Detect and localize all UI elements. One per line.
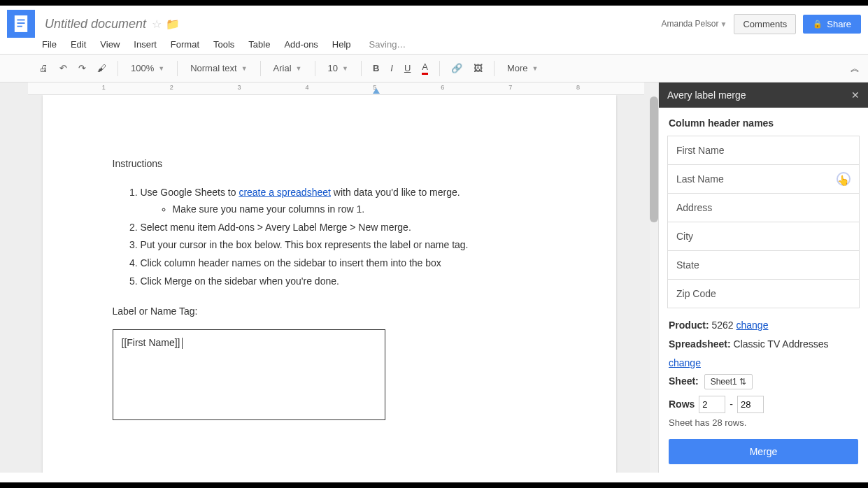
text-color-button[interactable]: A: [418, 59, 432, 78]
rows-row: Rows -: [669, 395, 858, 414]
scrollbar-track[interactable]: [650, 82, 658, 473]
lock-icon: 🔒: [813, 20, 823, 29]
chevron-down-icon: ▼: [342, 65, 348, 72]
bold-button[interactable]: B: [369, 60, 383, 76]
doc-title-wrap[interactable]: Untitled document ☆ 📁: [45, 17, 180, 31]
create-spreadsheet-link[interactable]: create a spreadsheet: [239, 187, 331, 198]
separator: [494, 61, 495, 76]
sheet-select[interactable]: Sheet1 ⇅: [704, 374, 753, 389]
step-3: Put your cursor in the box below. This b…: [141, 237, 546, 254]
instructions-heading: Instructions: [113, 158, 546, 169]
column-item-zip[interactable]: Zip Code: [667, 279, 860, 308]
addon-sidebar: Avery label merge ✕ Column header names …: [658, 82, 868, 473]
ruler-mark: 3: [238, 84, 241, 91]
style-dropdown[interactable]: Normal text▼: [185, 60, 252, 76]
ruler-mark: 8: [576, 84, 580, 91]
docs-logo[interactable]: [7, 10, 35, 38]
undo-icon[interactable]: ↶: [55, 60, 71, 76]
column-item-city[interactable]: City: [667, 222, 860, 251]
chevron-down-icon: ▼: [720, 20, 727, 28]
column-item-state[interactable]: State: [667, 250, 860, 280]
more-dropdown[interactable]: More ▼: [501, 60, 544, 76]
toolbar: 🖨 ↶ ↷ 🖌 100%▼ Normal text▼ Arial▼ 10▼ B …: [0, 54, 868, 82]
merge-button[interactable]: Merge: [669, 439, 858, 464]
svg-rect-1: [17, 20, 25, 21]
rows-note: Sheet has 28 rows.: [669, 415, 858, 432]
menu-edit[interactable]: Edit: [71, 39, 86, 50]
instructions-list: Use Google Sheets to create a spreadshee…: [141, 185, 546, 290]
chevron-down-icon: ▼: [241, 65, 248, 72]
fontsize-dropdown[interactable]: 10▼: [322, 60, 354, 76]
paint-format-icon[interactable]: 🖌: [93, 60, 111, 76]
chevron-down-icon: ▼: [532, 65, 539, 72]
label-heading: Label or Name Tag:: [113, 306, 546, 317]
menu-table[interactable]: Table: [248, 39, 270, 50]
sidebar-section-title: Column header names: [659, 108, 868, 136]
font-dropdown[interactable]: Arial▼: [268, 60, 308, 76]
sidebar-title: Avery label merge: [667, 89, 746, 101]
ruler-mark: 6: [441, 84, 444, 91]
page[interactable]: Instructions Use Google Sheets to create…: [43, 95, 616, 473]
zoom-dropdown[interactable]: 100%▼: [125, 60, 170, 76]
share-button[interactable]: 🔒Share: [803, 15, 861, 34]
collapse-toolbar-icon[interactable]: ︽: [851, 62, 860, 75]
scrollbar-thumb[interactable]: [650, 96, 658, 222]
redo-icon[interactable]: ↷: [74, 60, 90, 76]
tab-stop-marker[interactable]: [373, 88, 380, 94]
column-item-lastname[interactable]: Last Name 👆: [667, 164, 860, 194]
close-icon[interactable]: ✕: [851, 89, 860, 101]
main-area: 1 2 3 4 5 6 7 8 Instructions Use Google …: [0, 82, 868, 473]
star-icon[interactable]: ☆: [152, 17, 162, 31]
column-item-firstname[interactable]: First Name: [667, 136, 860, 165]
change-spreadsheet-link[interactable]: change: [669, 357, 701, 368]
column-list: First Name Last Name 👆 Address City Stat…: [659, 136, 868, 308]
chevron-down-icon: ▼: [296, 65, 302, 72]
saving-status: Saving…: [369, 39, 406, 50]
link-icon[interactable]: 🔗: [447, 60, 467, 76]
rows-from-input[interactable]: [699, 396, 725, 413]
menu-file[interactable]: File: [42, 39, 57, 50]
step-1-sub: Make sure you name your columns in row 1…: [173, 201, 546, 218]
menu-help[interactable]: Help: [332, 39, 351, 50]
merge-field-box[interactable]: [[First Name]]: [113, 329, 385, 420]
separator: [118, 61, 118, 76]
window-top-bar: [0, 0, 868, 6]
document-canvas[interactable]: 1 2 3 4 5 6 7 8 Instructions Use Google …: [0, 82, 658, 473]
product-value: 5262: [711, 320, 733, 331]
svg-rect-3: [17, 26, 22, 27]
separator: [315, 61, 315, 76]
ruler-mark: 2: [170, 84, 173, 91]
column-item-address[interactable]: Address: [667, 193, 860, 222]
step-1: Use Google Sheets to create a spreadshee…: [141, 185, 546, 218]
image-icon[interactable]: 🖼: [469, 60, 487, 76]
italic-button[interactable]: I: [386, 60, 397, 76]
document-title[interactable]: Untitled document: [45, 17, 146, 31]
menu-format[interactable]: Format: [171, 39, 199, 50]
horizontal-ruler[interactable]: 1 2 3 4 5 6 7 8: [28, 82, 644, 95]
sidebar-header: Avery label merge ✕: [659, 82, 868, 108]
rows-to-input[interactable]: [737, 396, 764, 413]
product-row: Product: 5262 change: [669, 316, 858, 335]
ruler-mark: 4: [305, 84, 308, 91]
user-menu[interactable]: Amanda Pelsor▼: [661, 19, 727, 29]
step-2: Select menu item Add-ons > Avery Label M…: [141, 220, 546, 236]
svg-rect-2: [17, 22, 25, 24]
change-product-link[interactable]: change: [737, 320, 769, 331]
comments-button[interactable]: Comments: [734, 14, 796, 34]
title-bar: Untitled document ☆ 📁 Amanda Pelsor▼ Com…: [0, 6, 868, 39]
menu-addons[interactable]: Add-ons: [284, 39, 318, 50]
menu-insert[interactable]: Insert: [134, 39, 157, 50]
menu-tools[interactable]: Tools: [213, 39, 234, 50]
separator: [260, 61, 261, 76]
separator: [177, 61, 178, 76]
step-5: Click Merge on the sidebar when you're d…: [141, 273, 546, 290]
step-4: Click column header names on the sidebar…: [141, 255, 546, 272]
separator: [439, 61, 440, 76]
sidebar-bottom: Product: 5262 change Spreadsheet: Classi…: [659, 308, 868, 473]
folder-icon[interactable]: 📁: [166, 17, 180, 31]
print-icon[interactable]: 🖨: [35, 60, 52, 76]
ruler-mark: 1: [102, 84, 106, 91]
spreadsheet-row: Spreadsheet: Classic TV Addresses change: [669, 335, 858, 372]
menu-view[interactable]: View: [100, 39, 120, 50]
underline-button[interactable]: U: [400, 60, 415, 76]
